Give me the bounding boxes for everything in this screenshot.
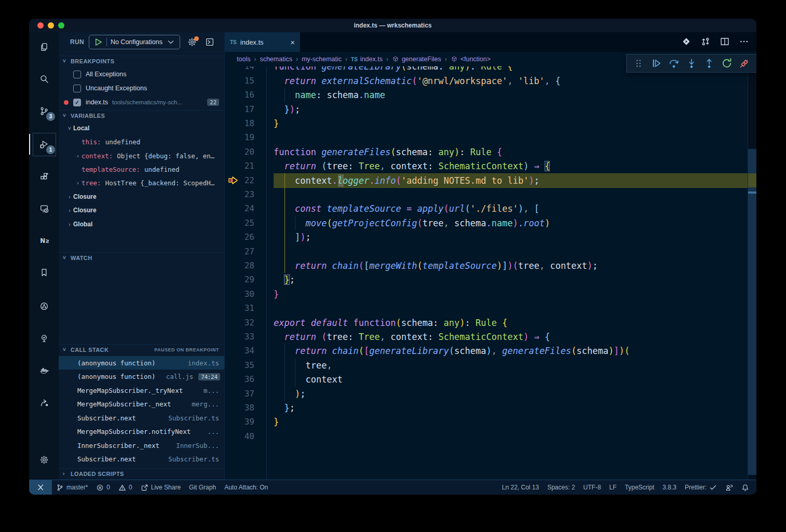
statusbar-ts-version[interactable]: 3.8.3 — [658, 480, 681, 495]
activity-item-remote-explorer[interactable] — [29, 196, 59, 221]
activity-item-run-and-debug[interactable]: 1 — [29, 132, 59, 157]
line-number[interactable]: 38 — [225, 401, 254, 415]
check-icon[interactable] — [709, 484, 717, 492]
statusbar-errors[interactable]: 0 — [92, 480, 114, 495]
breakpoint-checkbox[interactable] — [73, 85, 81, 92]
activity-item-search[interactable] — [29, 66, 59, 91]
configure-gear-button[interactable] — [187, 37, 197, 47]
line-number[interactable]: 39 — [225, 415, 254, 429]
code-line-17[interactable]: 17 }); — [225, 102, 756, 117]
close-tab-icon[interactable]: × — [290, 38, 295, 47]
variable-row[interactable]: ›Global — [59, 218, 224, 230]
activity-item-nx-console[interactable]: N≥ — [29, 228, 59, 253]
activity-item-git-graph[interactable] — [29, 294, 59, 319]
breadcrumb-item-3[interactable]: my-schematic — [302, 56, 342, 63]
variable-row[interactable]: ˅Local — [59, 122, 224, 134]
code-line-29[interactable]: 29 }; — [225, 272, 756, 287]
zoom-window-button[interactable] — [58, 22, 64, 29]
code-line-15[interactable]: 15 return externalSchematic('@nrwl/works… — [225, 74, 756, 88]
remote-icon[interactable] — [36, 483, 45, 492]
code-line-26[interactable]: 26 ]); — [225, 230, 756, 244]
code-line-37[interactable]: 37 ); — [225, 387, 756, 401]
code-line-18[interactable]: 18} — [225, 116, 756, 131]
debug-console-button[interactable] — [205, 37, 214, 47]
code-line-35[interactable]: 35 tree, — [225, 358, 756, 373]
line-number[interactable]: 34 — [225, 344, 254, 358]
line-number[interactable]: 32 — [225, 316, 254, 330]
statusbar-encoding[interactable]: UTF-8 — [579, 480, 605, 495]
statusbar-eol[interactable]: LF — [605, 480, 621, 495]
section-header-watch[interactable]: ˅WATCH — [59, 252, 224, 263]
feedback-icon[interactable] — [725, 484, 733, 492]
code-line-32[interactable]: 32export default function(schema: any): … — [225, 316, 756, 330]
statusbar-git-branch[interactable]: master* — [52, 480, 92, 495]
tab-index-ts[interactable]: TS index.ts × — [225, 32, 300, 52]
line-number[interactable]: 14 — [225, 66, 254, 74]
code-line-25[interactable]: 25 move(getProjectConfig(tree, schema.na… — [225, 216, 756, 230]
variable-row[interactable]: ›context:Object {debug: false, en… — [59, 149, 224, 162]
step-into-button[interactable] — [686, 58, 697, 69]
line-number[interactable]: 30 — [225, 287, 254, 302]
activity-item-source-control[interactable]: 3 — [29, 99, 59, 124]
activity-item-explorer[interactable] — [29, 34, 59, 59]
section-header-variables[interactable]: ˅VARIABLES — [59, 110, 224, 120]
debug-breakpoint-current-arrow-icon[interactable] — [228, 176, 238, 187]
line-number[interactable]: 35 — [225, 358, 254, 373]
code-line-23[interactable]: 23 — [225, 187, 756, 202]
code-line-30[interactable]: 30} — [225, 287, 756, 302]
minimize-window-button[interactable] — [48, 22, 54, 29]
code-line-31[interactable]: 31 — [225, 301, 756, 316]
statusbar-git-graph[interactable]: Git Graph — [185, 480, 220, 495]
step-out-button[interactable] — [703, 58, 715, 69]
line-number[interactable]: 33 — [225, 330, 254, 344]
line-number[interactable]: 31 — [225, 301, 254, 316]
line-number[interactable]: 37 — [225, 387, 254, 401]
variable-row[interactable]: templateSource:undefined — [59, 163, 224, 175]
branch-icon[interactable] — [56, 484, 64, 492]
variable-row[interactable]: ›Closure — [59, 190, 224, 203]
launch-configuration-picker[interactable]: No Configurations — [89, 35, 180, 49]
breadcrumb-item-6[interactable]: <function> — [451, 56, 491, 63]
activity-item-live-share[interactable] — [29, 390, 59, 415]
breakpoint-checkbox[interactable]: ✓ — [73, 99, 81, 106]
call-stack-frame[interactable]: (anonymous function)call.js74:24 — [59, 370, 224, 384]
line-number[interactable]: 26 — [225, 230, 254, 244]
call-stack-frame[interactable]: Subscriber.nextSubscriber.ts — [59, 453, 224, 466]
variable-row[interactable]: ›tree:HostTree {_backend: ScopedH… — [59, 176, 224, 189]
section-header-loaded-scripts[interactable]: ›LOADED SCRIPTS — [59, 468, 224, 479]
line-number[interactable]: 21 — [225, 159, 254, 173]
breadcrumb-item-1[interactable]: tools — [237, 56, 250, 63]
statusbar-remote-indicator[interactable] — [29, 480, 52, 495]
code-line-16[interactable]: 16 name: schema.name — [225, 88, 756, 102]
code-area[interactable]: 14function generateLibrary(schema: any):… — [225, 66, 756, 480]
line-number[interactable]: 16 — [225, 88, 254, 102]
scrollbar-slider[interactable] — [748, 149, 756, 475]
more-actions-icon[interactable] — [739, 36, 749, 47]
call-stack-frame[interactable]: (anonymous function)index.ts — [59, 356, 224, 370]
code-line-24[interactable]: 24 const templateSource = apply(url('./f… — [225, 201, 756, 216]
code-line-27[interactable]: 27 — [225, 244, 756, 259]
call-stack-frame[interactable]: MergeMapSubscriber.notifyNext... — [59, 425, 224, 439]
statusbar-live-share[interactable]: Live Share — [137, 480, 185, 495]
line-number[interactable]: 25 — [225, 216, 254, 230]
compare-changes-icon[interactable] — [700, 36, 711, 47]
code-line-39[interactable]: 39} — [225, 415, 756, 429]
line-number[interactable]: 17 — [225, 102, 254, 117]
statusbar-feedback[interactable] — [721, 480, 737, 495]
line-number[interactable]: 20 — [225, 145, 254, 159]
section-header-call-stack[interactable]: ˅CALL STACKPAUSED ON BREAKPOINT — [59, 344, 224, 354]
line-number[interactable]: 29 — [225, 272, 254, 287]
step-over-button[interactable] — [668, 58, 680, 69]
statusbar-warnings[interactable]: 0 — [114, 480, 137, 495]
statusbar-auto-attach[interactable]: Auto Attach: On — [220, 480, 272, 495]
code-line-19[interactable]: 19 — [225, 130, 756, 145]
variable-row[interactable]: ›Closure — [59, 204, 224, 216]
code-line-28[interactable]: 28 return chain([mergeWith(templateSourc… — [225, 258, 756, 273]
code-line-20[interactable]: 20function generateFiles(schema: any): R… — [225, 145, 756, 159]
activity-item-manage[interactable] — [29, 447, 59, 472]
statusbar-notifications[interactable] — [737, 480, 753, 495]
statusbar-indentation[interactable]: Spaces: 2 — [543, 480, 579, 495]
line-number[interactable]: 28 — [225, 258, 254, 273]
cube-icon[interactable] — [451, 56, 458, 63]
statusbar-cursor-position[interactable]: Ln 22, Col 13 — [498, 480, 543, 495]
